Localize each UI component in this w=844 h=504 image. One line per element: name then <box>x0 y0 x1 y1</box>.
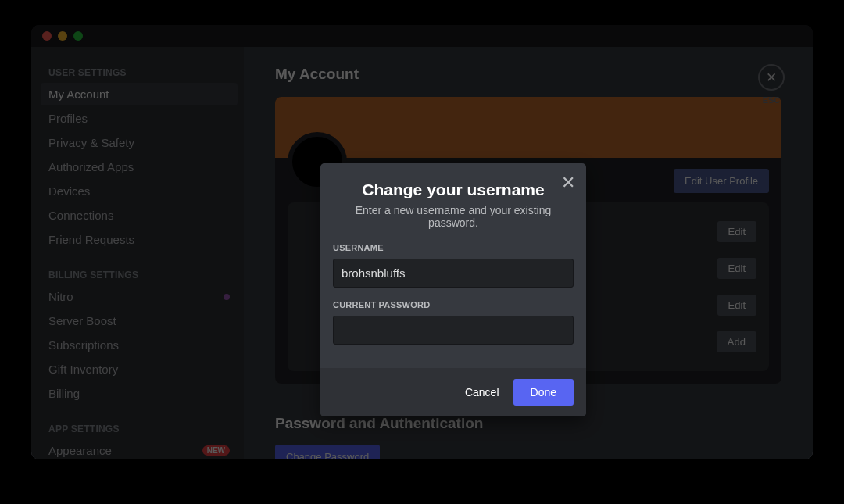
modal-close-icon[interactable]: ✕ <box>561 174 575 191</box>
modal-title: Change your username <box>333 181 574 199</box>
modal-footer: Cancel Done <box>320 368 586 416</box>
modal-body: Change your username Enter a new usernam… <box>320 163 586 368</box>
current-password-input[interactable] <box>333 316 574 345</box>
username-input[interactable] <box>333 259 574 288</box>
password-label: CURRENT PASSWORD <box>333 300 574 309</box>
done-button[interactable]: Done <box>513 379 574 406</box>
app-window: USER SETTINGS My Account Profiles Privac… <box>31 25 813 459</box>
modal-subtitle: Enter a new username and your existing p… <box>333 204 574 229</box>
cancel-button[interactable]: Cancel <box>465 386 499 399</box>
username-label: USERNAME <box>333 243 574 252</box>
change-username-modal: ✕ Change your username Enter a new usern… <box>320 163 586 416</box>
